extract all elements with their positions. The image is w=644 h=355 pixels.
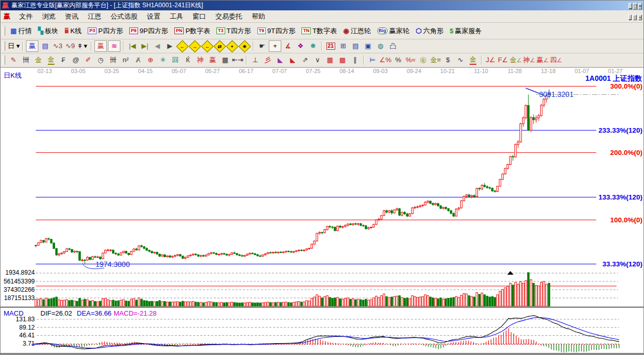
notes-button[interactable]: ▤: [350, 41, 361, 51]
percent-tool[interactable]: %: [392, 55, 404, 65]
numbered-grid-tool[interactable]: ▦: [220, 55, 231, 65]
wave-9-button[interactable]: ∿9: [64, 41, 76, 51]
toolbar-gann-wheel[interactable]: ◉江恩轮: [340, 25, 374, 37]
menu-tools[interactable]: 工具: [165, 11, 188, 22]
next-bar-button[interactable]: ▶: [164, 41, 175, 51]
star-circle-tool[interactable]: ✳: [157, 55, 169, 65]
first-bar-button[interactable]: |◀: [127, 41, 138, 51]
toolbar-winner-service[interactable]: $赢家服务: [446, 25, 485, 37]
calendar-button[interactable]: 21: [325, 41, 336, 51]
compress-h-button[interactable]: ⇄: [214, 41, 225, 51]
trend-arrow-tool[interactable]: ⇗: [299, 55, 311, 65]
close-button[interactable]: ×: [638, 3, 642, 9]
toolbar-sectors[interactable]: ▚板块: [35, 25, 61, 37]
fan-square2-tool[interactable]: ◣: [287, 55, 298, 65]
time-circle-tool[interactable]: ◷: [95, 55, 106, 65]
ying-angle-tool[interactable]: 赢∠: [537, 55, 549, 65]
title-bar[interactable]: 赢 赢家江恩专业版[赢家内部服务平台] - [上证指数 SH1A0001-241…: [1, 1, 643, 10]
compass-draw-tool[interactable]: ✎: [8, 55, 19, 65]
gold-section-circle-tool[interactable]: ㊎: [417, 55, 429, 65]
gann-octagon-button[interactable]: ❅: [307, 41, 319, 51]
volume-profile-button[interactable]: ≋: [108, 40, 120, 52]
four-angle-tool[interactable]: 四∠: [550, 55, 563, 65]
wave-3-button[interactable]: ∿3: [52, 41, 63, 51]
winner-theme-button[interactable]: 赢: [94, 40, 107, 52]
percent-slash-tool[interactable]: ∠%: [379, 55, 391, 65]
menu-news[interactable]: 资讯: [60, 11, 83, 22]
shift-right-button[interactable]: →: [189, 41, 200, 51]
hand-tool-button[interactable]: ☛: [256, 41, 268, 51]
menu-formula-picker[interactable]: 公式选股: [106, 11, 142, 22]
marker-pen-tool[interactable]: ✐: [83, 55, 94, 65]
menu-browse[interactable]: 浏览: [37, 11, 60, 22]
f-angle-tool[interactable]: F∠: [497, 55, 509, 65]
prev-bar-button[interactable]: ◀: [152, 41, 163, 51]
grid-lines-tool[interactable]: 卌: [20, 55, 32, 65]
kline-chart-canvas[interactable]: 02-1303-0503-2504-1505-0705-2706-1707-07…: [1, 67, 644, 354]
child-minimize-button[interactable]: _: [628, 15, 632, 20]
spiral-tool[interactable]: @: [70, 55, 81, 65]
toolbar-winner-wheel[interactable]: Big赢家轮: [374, 25, 413, 37]
gold-angle-tool[interactable]: 金∠: [510, 55, 522, 65]
red-grid-tool[interactable]: ▦: [324, 55, 336, 65]
toolbar-grip[interactable]: [3, 55, 5, 65]
angle-measure-button[interactable]: ∡: [282, 41, 294, 51]
child-close-button[interactable]: ×: [638, 15, 642, 20]
chart-area[interactable]: 02-1303-0503-2504-1505-0705-2706-1707-07…: [1, 67, 644, 354]
toolbar-p-square[interactable]: P3P四方形: [85, 25, 126, 37]
toolbar-9t-square[interactable]: T99T四方形: [254, 25, 299, 37]
toolbar-grip[interactable]: [3, 41, 5, 51]
calculator-button[interactable]: ⊞: [337, 41, 349, 51]
toolbar-9p-square[interactable]: P99P四方形: [126, 25, 171, 37]
shift-left-button[interactable]: ←: [176, 41, 188, 51]
ying-tool[interactable]: 赢: [207, 55, 218, 65]
period-dropdown[interactable]: 日 ▾: [8, 41, 20, 51]
toolbar-p-table[interactable]: PNP数字表: [171, 25, 213, 37]
fan-square-tool[interactable]: ◣: [275, 55, 286, 65]
toolbar-kline[interactable]: ⅲK线: [61, 25, 85, 37]
gold-support-tool[interactable]: 金: [467, 55, 478, 65]
percent-ruler-tool[interactable]: ⊨: [367, 55, 378, 65]
f-ruler-tool[interactable]: ₣: [58, 55, 69, 65]
expand-h-button[interactable]: ↔: [201, 41, 213, 51]
gann-flower-button[interactable]: ❖: [295, 41, 306, 51]
shen-angle-tool[interactable]: 神∠: [523, 55, 536, 65]
toolbar-quotes[interactable]: ▦行情: [7, 25, 35, 37]
bar-width-tool[interactable]: ⇤⇥: [232, 55, 243, 65]
percent-level-tool[interactable]: %=: [405, 55, 416, 65]
info-panel-button[interactable]: ▤: [39, 41, 51, 51]
menu-window[interactable]: 窗口: [188, 11, 211, 22]
save-button[interactable]: ▣: [362, 41, 374, 51]
square-spiral-tool[interactable]: 回: [170, 55, 181, 65]
menu-help[interactable]: 帮助: [247, 11, 270, 22]
winner-chart-button[interactable]: 赢: [26, 40, 38, 52]
last-bar-button[interactable]: ▶|: [139, 41, 150, 51]
shen-tool[interactable]: 神: [195, 55, 206, 65]
menu-trade[interactable]: 交易委托: [211, 11, 247, 22]
n-square-tool[interactable]: n²: [120, 55, 131, 65]
zoom-in-button[interactable]: +: [226, 41, 238, 51]
candle-style-dropdown[interactable]: ǂ ▾: [77, 41, 88, 51]
print-button[interactable]: 凸: [387, 41, 399, 51]
toolbar-grip[interactable]: [3, 26, 5, 36]
grid-lines2-tool[interactable]: 卌: [107, 55, 119, 65]
j-angle-tool[interactable]: J∠: [485, 55, 496, 65]
k-notation-tool[interactable]: Ќ: [182, 55, 194, 65]
web-update-button[interactable]: ◍: [375, 41, 386, 51]
red-grid2-tool[interactable]: ▩: [337, 55, 348, 65]
gold-section-line-tool[interactable]: 金≡: [430, 55, 441, 65]
ray-fan-tool[interactable]: 彡: [262, 55, 273, 65]
menu-file[interactable]: 文件: [15, 11, 37, 22]
menu-settings[interactable]: 设置: [142, 11, 165, 22]
zoom-out-button[interactable]: ✳: [239, 41, 250, 51]
toolbar-t-square[interactable]: T3T四方形: [213, 25, 254, 37]
a-slash-tool[interactable]: Ⱥ: [132, 55, 144, 65]
child-restore-button[interactable]: □: [633, 15, 637, 20]
gold-grid2-tool[interactable]: 金: [45, 55, 57, 65]
minimize-button[interactable]: _: [628, 3, 632, 9]
crosshair-tool-button[interactable]: +: [269, 40, 281, 52]
menu-gann[interactable]: 江恩: [83, 11, 106, 22]
toolbar-t-table[interactable]: TNT数字表: [298, 25, 340, 37]
toolbar-hexagon[interactable]: ⬡六角形: [413, 25, 446, 37]
maximize-button[interactable]: □: [633, 3, 637, 9]
